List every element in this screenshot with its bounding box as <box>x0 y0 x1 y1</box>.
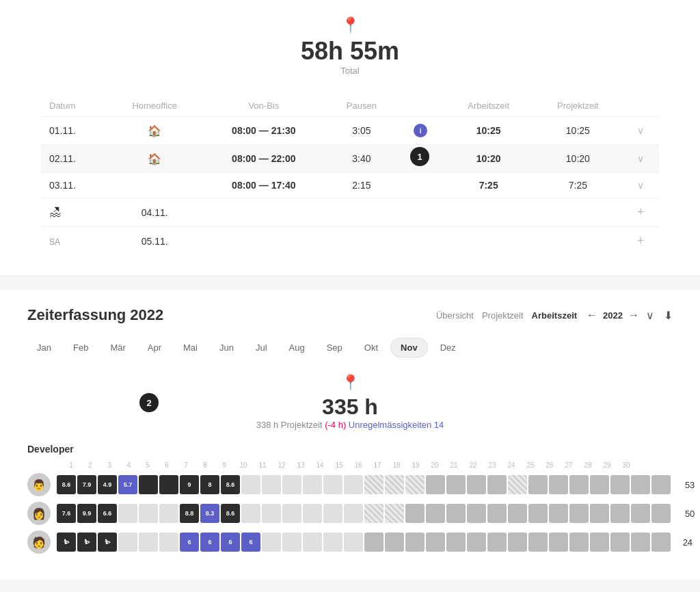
projektzeit-cell: 10:20 <box>533 145 623 173</box>
prev-year-btn[interactable]: ← <box>585 309 599 321</box>
arbeitszeit-cell: 10:20 <box>444 145 533 173</box>
expand-cell[interactable]: ∨ <box>623 117 659 145</box>
row-totals: 5051-1.08 <box>677 509 700 519</box>
day-cell <box>364 475 383 494</box>
dev-row: 🧑⛷⛷⛷66662418+6.06 <box>27 530 673 554</box>
day-cells: 8.67.94.95.7988.6 <box>56 475 671 494</box>
day-num-27: 27 <box>559 461 578 469</box>
badge-1: 1 <box>410 147 429 166</box>
info-badge[interactable]: i <box>414 124 427 137</box>
day-cell <box>610 475 630 494</box>
avatar: 👨 <box>27 473 51 496</box>
col-info <box>397 95 444 117</box>
day-cell: 8.6 <box>221 475 240 494</box>
von-bis-cell: 08:00 — 22:00 <box>202 145 325 173</box>
day-cell <box>590 533 609 552</box>
pausen-cell: 3:40 <box>325 145 397 173</box>
day-num-9: 9 <box>215 461 234 469</box>
stats-irregular-link[interactable]: Unregelmässigkeiten 14 <box>349 420 444 430</box>
month-tab-feb[interactable]: Feb <box>64 338 98 357</box>
month-tab-jul[interactable]: Jul <box>246 338 277 357</box>
month-tab-jan[interactable]: Jan <box>27 338 61 357</box>
day-cell <box>467 504 486 523</box>
day-cell <box>405 475 425 494</box>
day-num-5: 5 <box>138 461 157 469</box>
day-cell <box>508 533 527 552</box>
day-cell <box>508 475 527 494</box>
col-homeoffice: Homeoffice <box>107 95 202 117</box>
day-cell <box>528 533 548 552</box>
avatar: 🧑 <box>27 530 51 554</box>
nav-projektzeit[interactable]: Projektzeit <box>482 310 524 321</box>
day-cell <box>364 504 383 523</box>
table-row: SA <box>41 227 107 256</box>
homeoffice-icon: 🏠 <box>148 125 161 137</box>
avatar: 👩 <box>27 502 51 525</box>
download-icon[interactable]: ⬇ <box>664 309 673 322</box>
nav-ubersicht[interactable]: Übersicht <box>436 310 474 321</box>
nav-arbeitszeit[interactable]: Arbeitszeit <box>532 310 577 321</box>
day-num-3: 3 <box>100 461 119 469</box>
day-cell <box>262 504 281 523</box>
day-cell <box>631 475 650 494</box>
day-cell <box>487 504 507 523</box>
day-cell <box>549 533 568 552</box>
day-num-1: 1 <box>62 461 81 469</box>
day-cell <box>139 475 158 494</box>
von-bis-cell: 08:00 — 17:40 <box>202 173 325 198</box>
next-year-btn[interactable]: → <box>627 309 641 321</box>
day-num-2: 2 <box>81 461 100 469</box>
info-cell: i <box>397 117 444 145</box>
day-cell <box>610 533 630 552</box>
day-cell <box>446 504 466 523</box>
day-num-7: 7 <box>176 461 196 469</box>
expand-cell[interactable]: ∨ <box>623 145 659 173</box>
day-cell <box>508 504 527 523</box>
total-col-1: 50 <box>675 509 695 519</box>
day-cell <box>426 504 445 523</box>
day-cell: 8.6 <box>57 475 76 494</box>
day-num-30: 30 <box>617 461 636 469</box>
day-cells: 7.69.96.68.88.38.6 <box>56 504 671 523</box>
day-cell <box>385 533 404 552</box>
month-tab-okt[interactable]: Okt <box>355 338 388 357</box>
day-cell: 5.7 <box>118 475 137 494</box>
col-von-bis: Von-Bis <box>202 95 325 117</box>
day-cell: 8.8 <box>180 504 199 523</box>
stats-hours: 335 h <box>27 394 673 420</box>
month-tab-dez[interactable]: Dez <box>431 338 466 357</box>
day-cell <box>446 533 466 552</box>
day-cell: 6 <box>221 533 240 552</box>
table-row: 🏖 <box>41 198 107 227</box>
month-tab-sep[interactable]: Sep <box>317 338 352 357</box>
month-tab-mär[interactable]: Mär <box>100 338 135 357</box>
day-num-25: 25 <box>521 461 540 469</box>
month-tab-jun[interactable]: Jun <box>210 338 243 357</box>
day-cell <box>262 475 281 494</box>
day-cell <box>467 475 486 494</box>
day-num-20: 20 <box>425 461 444 469</box>
day-num-17: 17 <box>368 461 387 469</box>
day-num-6: 6 <box>157 461 176 469</box>
month-tab-nov[interactable]: Nov <box>390 338 428 358</box>
month-tab-apr[interactable]: Apr <box>138 338 171 357</box>
day-cell <box>467 533 486 552</box>
section-title: Zeiterfassung 2022 <box>27 306 163 324</box>
day-cell <box>344 475 363 494</box>
year-dropdown-btn[interactable]: ∨ <box>645 309 656 322</box>
day-num-10: 10 <box>234 461 253 469</box>
dev-row: 👩7.69.96.68.88.38.65051-1.08 <box>27 502 673 525</box>
arbeitszeit-cell: 7:25 <box>444 173 533 198</box>
month-tab-mai[interactable]: Mai <box>174 338 207 357</box>
day-cell <box>159 475 178 494</box>
date-cell: 01.11. <box>41 117 107 145</box>
month-tab-aug[interactable]: Aug <box>280 338 314 357</box>
col-projektzeit: Projektzeit <box>533 95 623 117</box>
day-cell <box>487 533 507 552</box>
day-num-14: 14 <box>310 461 329 469</box>
year-display: 2022 <box>603 310 623 321</box>
day-cell <box>282 475 301 494</box>
expand-cell[interactable]: ∨ <box>623 173 659 198</box>
day-cell <box>446 475 466 494</box>
day-cell <box>590 475 609 494</box>
